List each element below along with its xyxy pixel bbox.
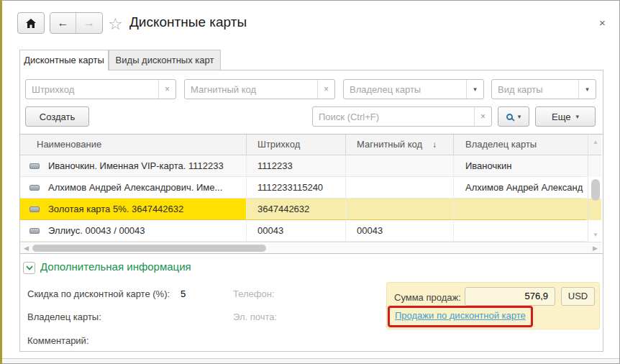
column-header-owner[interactable]: Владелец карты	[454, 135, 586, 155]
sales-summary-panel: Сумма продаж: 576,9 USD Продажи по диско…	[386, 282, 600, 329]
chevron-down-icon: ▾	[575, 113, 579, 120]
cell-barcode: 3647442632	[247, 199, 346, 220]
favorite-star-icon[interactable]: ☆	[108, 14, 123, 33]
back-icon: ←	[58, 17, 69, 29]
sales-sum-field[interactable]: 576,9	[465, 287, 555, 306]
close-icon[interactable]: ×	[599, 17, 606, 29]
discount-card-icon	[29, 185, 40, 191]
forward-icon: →	[83, 17, 95, 29]
chevron-down-icon: ▾	[585, 86, 589, 93]
table-horizontal-scrollbar[interactable]: ◀ ▶	[20, 242, 601, 253]
cell-barcode: 1112233115240	[247, 177, 346, 199]
discount-value: 5	[181, 288, 186, 299]
discount-card-icon	[29, 163, 40, 169]
more-button[interactable]: Еще ▾	[535, 106, 596, 127]
column-header-barcode[interactable]: Штрихкод	[247, 135, 346, 155]
horizontal-scroll-thumb[interactable]	[32, 245, 266, 252]
cell-magnetic	[346, 155, 454, 177]
discount-card-icon	[29, 206, 40, 212]
table-row[interactable]: Иваночкин. Именная VIP-карта. 1112233 11…	[20, 155, 601, 177]
sales-by-card-link[interactable]: Продажи по дисконтной карте	[395, 310, 526, 321]
sales-sum-label: Сумма продаж:	[394, 292, 461, 303]
scroll-down-icon[interactable]: ▼	[593, 232, 598, 238]
discount-cards-panel: Штрихкод × Магнитный код × Владелец карт…	[19, 70, 603, 352]
history-nav-group: ← →	[50, 12, 103, 34]
magnetic-filter-clear-button[interactable]: ×	[317, 80, 334, 99]
search-options-button[interactable]: ▾	[498, 106, 529, 127]
search-icon	[506, 114, 513, 120]
more-button-label: Еще	[552, 112, 570, 122]
discount-label: Скидка по дисконтной карте (%):	[27, 288, 170, 299]
discount-card-icon	[29, 228, 40, 234]
card-type-filter-placeholder: Вид карты	[492, 84, 578, 95]
create-button[interactable]: Создать	[25, 106, 89, 127]
forward-button[interactable]: →	[76, 13, 102, 33]
table-vertical-scrollbar[interactable]: ▲ ▼	[588, 135, 603, 242]
annotation-highlight-box: Продажи по дисконтной карте	[388, 306, 533, 327]
table-row-selected[interactable]: Золотая карта 5%. 3647442632 3647442632	[20, 199, 601, 220]
scroll-left-icon[interactable]: ◀	[24, 245, 29, 252]
discount-cards-window: ← → ☆ Дисконтные карты × Дисконтные карт…	[0, 0, 620, 364]
discount-cards-table: Наименование Штрихкод Магнитный код↓ Вла…	[20, 134, 603, 254]
search-input[interactable]: Поиск (Ctrl+F) ×	[312, 106, 492, 127]
clear-icon: ×	[324, 84, 329, 94]
scroll-right-icon[interactable]: ▶	[593, 245, 598, 252]
phone-label: Телефон:	[233, 288, 275, 299]
table-header: Наименование Штрихкод Магнитный код↓ Вла…	[20, 135, 601, 155]
owner-filter-placeholder: Владелец карты	[344, 84, 466, 95]
email-label: Эл. почта:	[233, 311, 277, 322]
window-bottom-strip	[2, 358, 619, 363]
cell-barcode: 00043	[247, 220, 346, 242]
cell-name: Эллиус. 00043 / 00043	[20, 220, 247, 242]
magnetic-filter-placeholder: Магнитный код	[185, 84, 317, 95]
cell-name: Золотая карта 5%. 3647442632	[20, 199, 247, 220]
cell-owner	[454, 199, 586, 220]
table-row[interactable]: Алхимов Андрей Александрович. Име... 111…	[20, 177, 601, 199]
owner-label: Владелец карты:	[27, 311, 101, 322]
currency-field[interactable]: USD	[561, 287, 595, 306]
column-header-magnetic-code[interactable]: Магнитный код↓	[346, 135, 454, 155]
chevron-down-icon: ▾	[518, 113, 521, 120]
back-button[interactable]: ←	[50, 13, 76, 33]
clear-icon: ×	[165, 84, 170, 94]
collapse-group-button[interactable]	[23, 262, 35, 274]
column-header-magnetic-label: Магнитный код	[357, 139, 422, 150]
page-title: Дисконтные карты	[129, 14, 247, 30]
barcode-filter-clear-button[interactable]: ×	[158, 80, 175, 99]
cell-owner: Иваночкин	[454, 155, 586, 177]
home-button[interactable]	[17, 12, 45, 34]
cell-name: Иваночкин. Именная VIP-карта. 1112233	[20, 155, 247, 177]
table-row[interactable]: Эллиус. 00043 / 00043 00043 00043	[20, 220, 601, 242]
barcode-filter-placeholder: Штрихкод	[26, 84, 158, 95]
cell-owner: Алхимов Андрей Александ	[454, 177, 586, 199]
home-icon	[26, 19, 36, 28]
barcode-filter-input[interactable]: Штрихкод ×	[25, 79, 176, 99]
search-placeholder: Поиск (Ctrl+F)	[313, 112, 474, 122]
card-type-filter-combo[interactable]: Вид карты ▾	[491, 79, 596, 99]
card-owner-filter-combo[interactable]: Владелец карты ▾	[343, 79, 484, 99]
comment-label: Комментарий:	[27, 335, 89, 346]
scroll-up-icon[interactable]: ▲	[593, 139, 598, 145]
additional-info-title: Дополнительная информация	[40, 260, 191, 273]
cell-name: Алхимов Андрей Александрович. Име...	[20, 177, 247, 199]
vertical-scroll-thumb[interactable]	[591, 179, 600, 201]
sort-descending-icon: ↓	[432, 140, 437, 150]
cell-magnetic: 00043	[346, 220, 454, 242]
column-header-name[interactable]: Наименование	[20, 135, 247, 155]
card-type-filter-dropdown-button[interactable]: ▾	[578, 80, 596, 99]
cell-magnetic	[346, 177, 454, 199]
tab-discount-card-types[interactable]: Виды дисконтных карт	[109, 50, 221, 70]
cell-owner	[454, 220, 586, 242]
chevron-down-icon	[26, 265, 33, 270]
cell-barcode: 1112233	[247, 155, 346, 177]
owner-filter-dropdown-button[interactable]: ▾	[466, 80, 483, 99]
magnetic-code-filter-input[interactable]: Магнитный код ×	[184, 79, 335, 99]
clear-icon: ×	[480, 112, 485, 122]
create-button-label: Создать	[40, 112, 75, 122]
tab-discount-cards[interactable]: Дисконтные карты	[19, 50, 109, 70]
search-clear-button[interactable]: ×	[474, 107, 491, 126]
chevron-down-icon: ▾	[473, 86, 477, 93]
cell-magnetic	[346, 199, 454, 220]
